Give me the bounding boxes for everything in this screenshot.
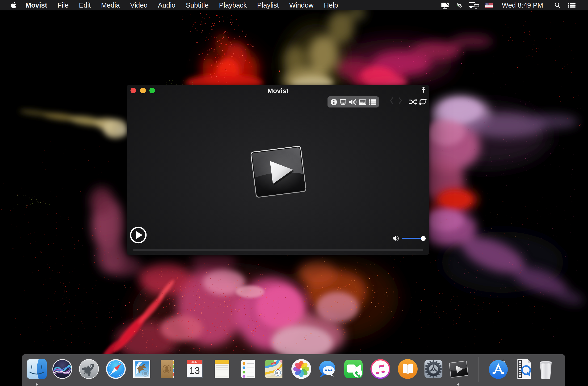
svg-text:3D: 3D xyxy=(276,372,280,374)
svg-text:JUN: JUN xyxy=(191,360,197,364)
svg-text:280: 280 xyxy=(272,363,275,365)
svg-text:13: 13 xyxy=(189,365,200,376)
